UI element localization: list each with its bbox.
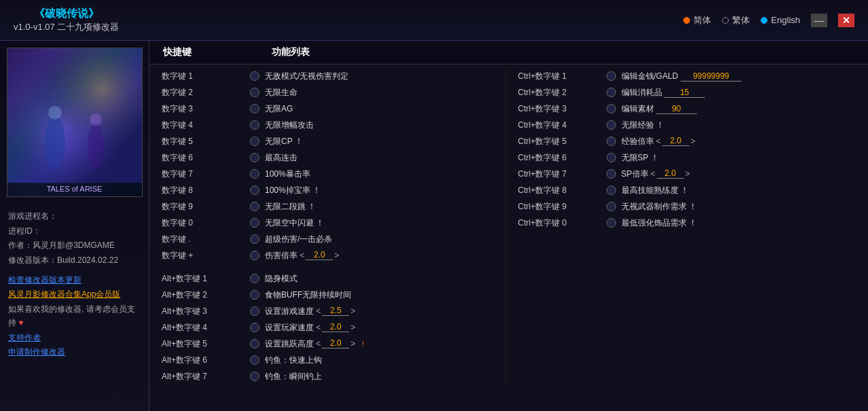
warn-icon: ！ (359, 340, 367, 348)
radio-simplified (683, 17, 690, 24)
feature-row: Alt+数字键 6 钓鱼：快速上钩 (156, 352, 505, 368)
svg-point-5 (90, 113, 102, 126)
svg-point-2 (45, 116, 65, 171)
svg-rect-1 (7, 48, 143, 184)
toggle-alt4[interactable] (250, 323, 259, 332)
toggle-numpad0[interactable] (250, 218, 259, 228)
make-link[interactable]: 申请制作修改器 (0, 345, 149, 359)
trainer-version: v1.0-v1.07 二十九项修改器 (14, 21, 119, 33)
consumable-input[interactable] (664, 88, 705, 98)
app-link[interactable]: 风灵月影修改器合集App会员版 (0, 287, 149, 302)
features-grid: 数字键 1 无敌模式/无视伤害判定 数字键 2 无限生命 数字键 3 无限AG … (149, 65, 868, 388)
main-area: TALES of ARISE 游戏进程名： 进程ID： 作者：风灵月影@3DMG… (0, 41, 868, 411)
feature-row: 数字键 8 100%掉宝率 ！ (156, 182, 505, 198)
svg-point-3 (88, 123, 104, 171)
toggle-alt1[interactable] (250, 274, 259, 283)
toggle-ctrl5[interactable] (607, 137, 616, 146)
toggle-alt3[interactable] (250, 306, 259, 316)
feature-row: Ctrl+数字键 1 编辑金钱/GALD (513, 68, 862, 84)
feature-row: Ctrl+数字键 2 编辑消耗品 (513, 84, 862, 101)
exp-multiplier-value: 2.0 (662, 136, 689, 146)
feature-row: 数字键 2 无限生命 (156, 84, 505, 101)
toggle-alt6[interactable] (250, 355, 259, 365)
player-speed-control: < 2.0 > (316, 322, 355, 332)
toggle-alt7[interactable] (250, 372, 259, 381)
feature-row: Alt+数字键 7 钓鱼：瞬间钓上 (156, 368, 505, 385)
check-update-link[interactable]: 检查修改器版本更新 (0, 273, 149, 287)
damage-multiplier-control: < 2.0 > (300, 250, 339, 260)
toggle-numpad7[interactable] (250, 169, 259, 179)
feature-row: 数字键 . 超级伤害/一击必杀 (156, 231, 505, 247)
gold-input[interactable] (681, 71, 742, 82)
sp-multiplier-value: 2.0 (657, 168, 684, 179)
toggle-ctrl0[interactable] (607, 218, 616, 228)
feature-row: Alt+数字键 1 隐身模式 (156, 270, 505, 287)
toggle-ctrl2[interactable] (607, 88, 616, 97)
toggle-numpad8[interactable] (250, 185, 259, 195)
content-header: 快捷键 功能列表 (149, 41, 868, 65)
jump-height-value: 2.0 (322, 338, 349, 349)
left-features-col: 数字键 1 无敌模式/无视伤害判定 数字键 2 无限生命 数字键 3 无限AG … (156, 68, 505, 385)
toggle-numpad9[interactable] (250, 202, 259, 211)
radio-english (761, 17, 767, 24)
close-button[interactable]: ✕ (838, 14, 854, 27)
radio-traditional (722, 17, 729, 24)
game-art (7, 48, 142, 183)
toggle-numpad4[interactable] (250, 120, 259, 130)
process-id-label: 进程ID： (8, 224, 141, 239)
feature-row: 数字键 3 无限AG (156, 101, 505, 117)
heart-icon: ♥ (18, 318, 23, 327)
process-label: 游戏进程名： (8, 209, 141, 224)
feature-row: 数字键 1 无敌模式/无视伤害判定 (156, 68, 505, 84)
toggle-numpad2[interactable] (250, 88, 259, 97)
toggle-ctrl4[interactable] (607, 120, 616, 130)
lang-english-label: English (771, 15, 800, 25)
svg-point-4 (48, 106, 62, 120)
feature-row: Ctrl+数字键 5 经验倍率 < 2.0 > (513, 133, 862, 149)
lang-traditional-label: 繁体 (732, 14, 750, 26)
toggle-ctrl3[interactable] (607, 104, 616, 113)
author-label: 作者：风灵月影@3DMGAME (8, 238, 141, 253)
toggle-alt5[interactable] (250, 339, 259, 349)
toggle-numpad-plus[interactable] (250, 251, 259, 260)
feature-row: Ctrl+数字键 0 最低强化饰品需求 ！ (513, 215, 862, 231)
feature-row: Alt+数字键 2 食物BUFF无限持续时间 (156, 287, 505, 303)
feature-row: Ctrl+数字键 8 最高技能熟练度 ！ (513, 182, 862, 198)
toggle-ctrl8[interactable] (607, 185, 616, 195)
title-area: 《破晓传说》 v1.0-v1.07 二十九项修改器 (0, 7, 119, 33)
toggle-numpad3[interactable] (250, 104, 259, 113)
feature-row: 数字键 0 无限空中闪避 ！ (156, 215, 505, 231)
jump-height-control: < 2.0 > (316, 338, 355, 349)
toggle-numpad5[interactable] (250, 137, 259, 146)
feature-row: 数字键 + 伤害倍率 < 2.0 > (156, 247, 505, 264)
feature-row: Ctrl+数字键 4 无限经验 ！ (513, 117, 862, 133)
feature-row: 数字键 7 100%暴击率 (156, 166, 505, 182)
toggle-numpad1[interactable] (250, 71, 259, 81)
feature-row: Alt+数字键 3 设置游戏速度 < 2.5 > (156, 303, 505, 319)
minimize-button[interactable]: — (811, 14, 827, 27)
toggle-ctrl6[interactable] (607, 153, 616, 162)
material-input[interactable] (656, 104, 697, 114)
sidebar-process-info: 游戏进程名： 进程ID： 作者：风灵月影@3DMGAME 修改器版本：Build… (0, 204, 149, 273)
game-title: 《破晓传说》 (34, 7, 99, 21)
toggle-numpad-dot[interactable] (250, 234, 259, 244)
feature-row: Ctrl+数字键 7 SP倍率 < 2.0 > (513, 166, 862, 182)
feature-row: 数字键 4 无限增幅攻击 (156, 117, 505, 133)
support-link[interactable]: 支持作者 (0, 331, 149, 345)
lang-english[interactable]: English (761, 15, 800, 25)
version-label: 修改器版本：Build.2024.02.22 (8, 253, 141, 268)
content-area: 快捷键 功能列表 数字键 1 无敌模式/无视伤害判定 数字键 2 无限生命 (149, 41, 868, 411)
toggle-alt2[interactable] (250, 290, 259, 300)
toggle-numpad6[interactable] (250, 153, 259, 162)
lang-simplified-label: 简体 (693, 14, 711, 26)
header-key: 快捷键 (163, 46, 272, 58)
lang-simplified[interactable]: 简体 (683, 14, 711, 26)
game-speed-control: < 2.5 > (316, 306, 355, 316)
toggle-ctrl1[interactable] (607, 71, 616, 81)
lang-traditional[interactable]: 繁体 (722, 14, 750, 26)
encourage-text: 如果喜欢我的修改器, 请考虑会员支持 ♥ (0, 302, 149, 330)
toggle-ctrl9[interactable] (607, 202, 616, 211)
feature-row: Alt+数字键 4 设置玩家速度 < 2.0 > (156, 319, 505, 336)
feature-row: 数字键 6 最高连击 (156, 149, 505, 166)
toggle-ctrl7[interactable] (607, 169, 616, 179)
